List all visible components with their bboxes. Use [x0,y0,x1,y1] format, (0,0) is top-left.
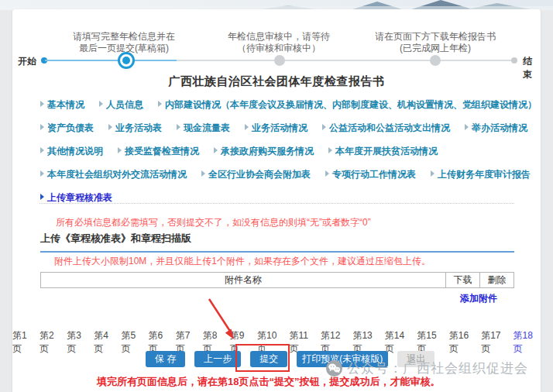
page-link[interactable]: 第5页 [121,329,143,356]
nav-item-label: 资产负债表 [47,122,94,133]
step-label-line: 请填写完整年检信息并在 [46,31,201,43]
triangle-bullet-icon [40,101,44,107]
prev-step-button[interactable]: 上一步 [194,351,241,367]
nav-item[interactable]: 内部建设情况（本年度会议及换届情况、内部制度建设、机构设置情况、党组织建设情况） [158,98,537,112]
nav-item[interactable]: 上传财务年度审计报告 [431,168,531,181]
step-label-download: 请在页面下方下载年检报告书 (已完成网上年检) [350,31,520,54]
nav-item-label: 上传财务年度审计报告 [438,169,531,180]
nav-item[interactable]: 本年度开展扶贫活动情况 [328,145,438,158]
nav-item-label: 全区行业协会商会附加表 [208,169,311,180]
nav-item-label: 内部建设情况（本年度会议及换届情况、内部制度建设、机构设置情况、党组织建设情况） [165,99,537,110]
attachment-delete-header: 删除 [479,273,514,287]
triangle-bullet-icon [118,147,122,153]
page-link[interactable]: 第16页 [449,329,476,356]
nav-item[interactable]: 全区行业协会商会附加表 [201,168,311,181]
required-fields-warning: 所有必填信息都必需填写，否则提交不了，如没有信息的则填“无”或者数字“0” [56,216,371,229]
page-link[interactable]: 第2页 [40,329,62,356]
page-link[interactable]: 第17页 [481,329,508,356]
triangle-bullet-icon [158,101,162,107]
step-label-line: (已完成网上年检) [350,43,520,54]
attachment-table: 附件名称 下载 删除 [40,272,514,288]
step-indicator-active [118,52,135,69]
nav-item-label: 上传章程核准表 [47,192,112,203]
page-link-active[interactable]: 第18页 [514,329,541,356]
nav-item-label: 其他情况说明 [47,146,103,156]
nav-item-label: 业务活动表 [115,122,162,133]
attachment-download-header: 下载 [445,273,479,287]
triangle-bullet-icon [201,170,205,177]
step-indicator-pending [430,55,441,66]
step-label-line: 年检信息审核中，请等待 [201,31,356,43]
triangle-bullet-icon [40,170,44,177]
triangle-bullet-icon [328,147,332,153]
stepper-progress-line [45,60,177,61]
save-button[interactable]: 保 存 [146,351,185,367]
page-title: 广西壮族自治区社会团体年度检查报告书 [12,74,541,89]
nav-item[interactable]: 本年度社会组织对外交流活动情况 [40,168,187,181]
nav-item-label: 现金流量表 [184,122,230,133]
dotted-divider [40,203,514,204]
triangle-bullet-icon [40,194,44,200]
submit-instruction-text: 填完所有页面信息后，请在第18页点击“提交”按钮，提交成功后，才能审核。 [97,375,440,389]
triangle-bullet-icon [322,124,326,130]
nav-item-label: 本年度开展扶贫活动情况 [335,146,438,156]
nav-item[interactable]: 业务活动情况 [245,122,307,135]
nav-row: 资产负债表 业务活动表 现金流量表 业务活动情况 公益活动和公益活动支出情况 举… [40,122,530,135]
attachment-size-note: 附件上传大小限制10M，并且仅能上传1个附件，如果存在多个文件，建议通过压缩包上… [54,255,431,268]
nav-item[interactable]: 举办活动情况 [465,122,527,135]
stepper-end-dot [511,57,517,64]
nav-row: 本年度社会组织对外交流活动情况 全区行业协会商会附加表 专项行动工作情况表 上传… [40,168,530,181]
nav-item[interactable]: 专项行动工作情况表 [325,168,416,181]
step-label-review: 年检信息审核中，请等待 （待审核和审核中） [201,31,356,54]
nav-item[interactable]: 现金流量表 [177,122,230,135]
page-link[interactable]: 第3页 [67,329,89,356]
triangle-bullet-icon [245,124,249,130]
nav-item[interactable]: 基本情况 [40,98,84,112]
nav-item[interactable]: 接受监督检查情况 [118,145,199,158]
step-label-line: 请在页面下方下载年检报告书 [350,31,520,43]
form-card: 请填写完整年检信息并在 最后一页提交(草稿箱) 年检信息审核中，请等待 （待审核… [12,9,541,392]
triangle-bullet-icon [40,124,44,130]
triangle-bullet-icon [465,124,469,130]
nav-item-label: 承接政府购买服务情况 [221,146,314,156]
stepper-remaining-line [177,60,514,61]
nav-item[interactable]: 业务活动表 [108,122,162,135]
nav-row: 其他情况说明 接受监督检查情况 承接政府购买服务情况 本年度开展扶贫活动情况 [40,145,530,158]
step-label-line: （待审核和审核中） [201,43,356,54]
nav-item[interactable]: 公益活动和公益活动支出情况 [322,122,450,135]
nav-row: 基本情况 人员信息 内部建设情况（本年度会议及换届情况、内部制度建设、机构设置情… [40,98,530,112]
triangle-bullet-icon [177,124,180,130]
step-label-fill: 请填写完整年检信息并在 最后一页提交(草稿箱) [46,31,201,54]
nav-item-label: 人员信息 [106,99,143,110]
add-attachment-link[interactable]: 添加附件 [460,292,497,305]
nav-item[interactable]: 人员信息 [99,98,143,112]
triangle-bullet-icon [40,147,44,153]
triangle-bullet-icon [99,101,103,107]
nav-item-label: 接受监督检查情况 [125,146,199,156]
triangle-bullet-icon [431,170,434,177]
attachment-name-header: 附件名称 [41,273,445,287]
page-link[interactable]: 第1页 [12,329,35,356]
nav-item-label: 业务活动情况 [252,122,307,133]
triangle-bullet-icon [108,124,112,130]
triangle-bullet-icon [214,147,218,153]
section-nav: 基本情况 人员信息 内部建设情况（本年度会议及换届情况、内部制度建设、机构设置情… [40,98,530,215]
triangle-bullet-icon [325,170,329,177]
nav-item[interactable]: 其他情况说明 [40,145,103,158]
page-link[interactable]: 第4页 [94,329,116,356]
nav-item-label: 公益活动和公益活动支出情况 [329,122,450,133]
nav-item[interactable]: 资产负债表 [40,122,94,135]
step-indicator-pending [274,55,285,66]
nav-item-label: 基本情况 [47,99,84,110]
nav-item-label: 举办活动情况 [472,122,527,133]
submit-button[interactable]: 提交 [250,351,287,367]
stepper-start-label: 开始 [18,55,36,68]
nav-item[interactable]: 承接政府购买服务情况 [214,145,314,158]
section-heading: 上传《章程核准表》和章程扫描版 [40,232,514,253]
nav-item-label: 专项行动工作情况表 [332,169,416,180]
nav-item-label: 本年度社会组织对外交流活动情况 [47,169,187,180]
